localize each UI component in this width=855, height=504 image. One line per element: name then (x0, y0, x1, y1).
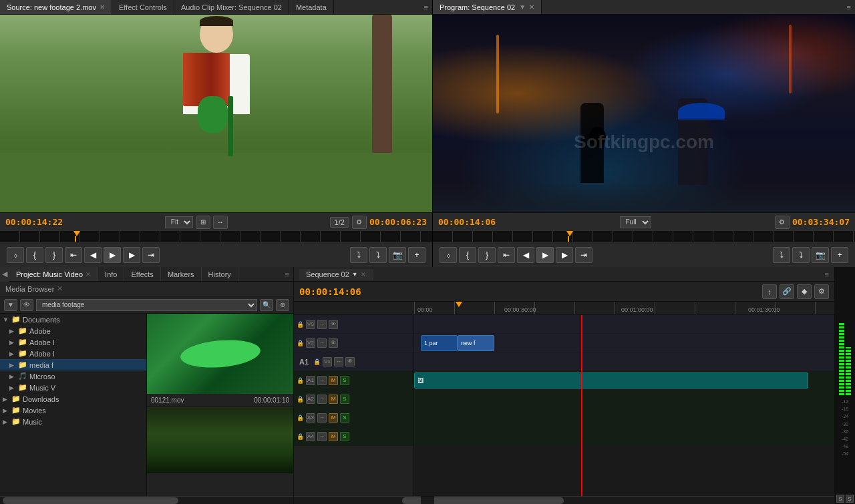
a1-solo-btn[interactable]: S (340, 376, 349, 385)
panel-collapse-btn[interactable]: ◀ (0, 267, 9, 282)
v3-sync-btn[interactable]: ↔ (317, 320, 327, 329)
a3-mute-btn[interactable]: M (329, 413, 338, 423)
source-zoom-select[interactable]: Fit (165, 216, 193, 228)
program-mark-clip-btn[interactable]: } (478, 247, 496, 263)
source-play-btn[interactable]: ▶ (104, 247, 121, 263)
program-play-btn[interactable]: ▶ (536, 247, 554, 263)
v2-sync-btn[interactable]: ↔ (317, 338, 327, 348)
a3-sync-btn[interactable]: ↔ (317, 413, 327, 423)
source-goto-out-btn[interactable]: ⇥ (142, 247, 160, 263)
v2-clip-2[interactable]: new f (458, 335, 494, 351)
a4-solo-btn[interactable]: S (340, 432, 349, 441)
snap-btn[interactable]: ↕ (762, 284, 777, 299)
search-btn[interactable]: 🔍 (260, 299, 273, 311)
tab-project[interactable]: Project: Music Video ✕ (9, 267, 98, 281)
tab-effects[interactable]: Effects (124, 267, 160, 281)
a2-sync-btn[interactable]: ↔ (317, 395, 327, 404)
a2-solo-btn[interactable]: S (340, 395, 349, 404)
a3-solo-btn[interactable]: S (340, 413, 349, 423)
source-safe-margins-btn[interactable]: ⊞ (196, 216, 210, 229)
track-content[interactable]: 1 par new f 🖼 (414, 315, 834, 496)
a4-mute-btn[interactable]: M (329, 432, 338, 441)
v2-clip-1[interactable]: 1 par (421, 335, 458, 351)
program-mark-out-btn[interactable]: { (459, 247, 476, 263)
close-source-tab[interactable]: ✕ (100, 3, 105, 11)
program-lift-btn[interactable]: ⤵ (773, 247, 790, 263)
tab-effect-controls[interactable]: Effect Controls (112, 0, 174, 14)
tree-item-microsoft[interactable]: ▶ 🎵 Microso (0, 370, 146, 382)
v3-name-btn[interactable]: V3 (306, 320, 315, 329)
a3-name-btn[interactable]: A3 (306, 413, 315, 423)
source-pin-btn[interactable]: ↔ (213, 216, 228, 229)
tree-item-adobe1[interactable]: ▶ 📁 Adobe (0, 325, 146, 336)
a4-sync-btn[interactable]: ↔ (317, 432, 327, 441)
tree-item-documents[interactable]: ▼ 📁 Documents (0, 314, 146, 325)
media-browser-close-btn[interactable]: ✕ (57, 284, 63, 293)
a1-clip[interactable]: 🖼 (414, 372, 808, 389)
source-mark-in-btn[interactable]: ⬦ (7, 247, 24, 263)
program-panel-menu[interactable]: ≡ (843, 3, 855, 11)
v1-name-btn[interactable]: V1 (323, 357, 332, 366)
linked-select-btn[interactable]: 🔗 (780, 284, 794, 299)
source-step-back-btn[interactable]: ◀ (84, 247, 102, 263)
source-settings-btn[interactable]: ⚙ (352, 216, 367, 229)
a1-name-btn[interactable]: A1 (306, 376, 315, 385)
program-add-btn[interactable]: + (831, 247, 848, 263)
timeline-ruler[interactable]: 00:00 00:00:30:00 00:01:00:00 00:01:30:0… (294, 302, 834, 315)
tree-item-music[interactable]: ▶ 📁 Music (0, 416, 146, 427)
program-timebar[interactable] (433, 231, 855, 242)
close-sequence-tab[interactable]: ✕ (361, 271, 366, 278)
sequence-02-tab[interactable]: Sequence 02 ▼ ✕ (299, 269, 373, 280)
source-timebar[interactable] (0, 231, 432, 242)
tree-item-adobe3[interactable]: ▶ 📁 Adobe I (0, 348, 146, 359)
source-mark-out-btn[interactable]: { (26, 247, 43, 263)
source-goto-in-btn[interactable]: ⇤ (65, 247, 82, 263)
source-insert-btn[interactable]: ⤵ (350, 247, 367, 263)
program-step-fwd-btn[interactable]: ▶ (556, 247, 573, 263)
v3-eye-btn[interactable]: 👁 (329, 320, 338, 329)
program-goto-in-btn[interactable]: ⇤ (498, 247, 515, 263)
add-marker-btn[interactable]: ◆ (797, 284, 812, 299)
tree-item-adobe2[interactable]: ▶ 📁 Adobe I (0, 336, 146, 348)
v2-name-btn[interactable]: V2 (306, 338, 315, 348)
program-extract-btn[interactable]: ⤵ (792, 247, 810, 263)
source-export-frame-btn[interactable]: 📷 (389, 247, 406, 263)
source-overwrite-btn[interactable]: ⤵ (369, 247, 387, 263)
source-add-btn[interactable]: + (408, 247, 425, 263)
source-mark-clip-btn[interactable]: } (45, 247, 63, 263)
tree-item-movies[interactable]: ▶ 📁 Movies (0, 405, 146, 416)
close-program-tab[interactable]: ✕ (529, 3, 534, 11)
ingest-btn[interactable]: ⊕ (276, 299, 289, 311)
filter-btn[interactable]: ▼ (4, 299, 17, 311)
eye-btn[interactable]: 👁 (20, 299, 33, 311)
v2-eye-btn[interactable]: 👁 (329, 338, 338, 348)
tab-audio-mixer[interactable]: Audio Clip Mixer: Sequence 02 (174, 0, 289, 14)
source-step-fwd-btn[interactable]: ▶ (123, 247, 140, 263)
v1-eye-btn[interactable]: 👁 (345, 357, 355, 366)
program-dropdown[interactable]: ▼ (519, 3, 526, 11)
a4-name-btn[interactable]: A4 (306, 432, 315, 441)
a2-mute-btn[interactable]: M (329, 395, 338, 404)
media-path-select[interactable]: media footage (36, 299, 257, 311)
program-export-frame-btn[interactable]: 📷 (812, 247, 829, 263)
a2-name-btn[interactable]: A2 (306, 395, 315, 404)
seq-dropdown[interactable]: ▼ (352, 271, 358, 278)
v1-sync-btn[interactable]: ↔ (334, 357, 343, 366)
program-settings-btn[interactable]: ⚙ (775, 216, 790, 229)
tab-program-sequence[interactable]: Program: Sequence 02 ▼ ✕ (433, 0, 542, 14)
program-step-back-btn[interactable]: ◀ (517, 247, 534, 263)
tab-info[interactable]: Info (98, 267, 124, 281)
tree-item-media-footage[interactable]: ▶ 📁 media f (0, 359, 146, 370)
tab-history[interactable]: History (202, 267, 238, 281)
program-goto-out-btn[interactable]: ⇥ (575, 247, 592, 263)
timeline-panel-menu[interactable]: ≡ (825, 270, 829, 278)
a1-mute-btn[interactable]: M (329, 376, 338, 385)
program-zoom-select[interactable]: Full (620, 216, 651, 228)
source-panel-menu[interactable]: ≡ (420, 3, 432, 11)
tree-item-music-video[interactable]: ▶ 📁 Music V (0, 382, 146, 393)
tab-source-footage[interactable]: Source: new footage 2.mov ✕ (0, 0, 112, 14)
tab-markers[interactable]: Markers (161, 267, 202, 281)
timeline-scrollbar[interactable] (294, 496, 834, 504)
tab-metadata[interactable]: Metadata (289, 0, 334, 14)
a1-sync-btn[interactable]: ↔ (317, 376, 327, 385)
